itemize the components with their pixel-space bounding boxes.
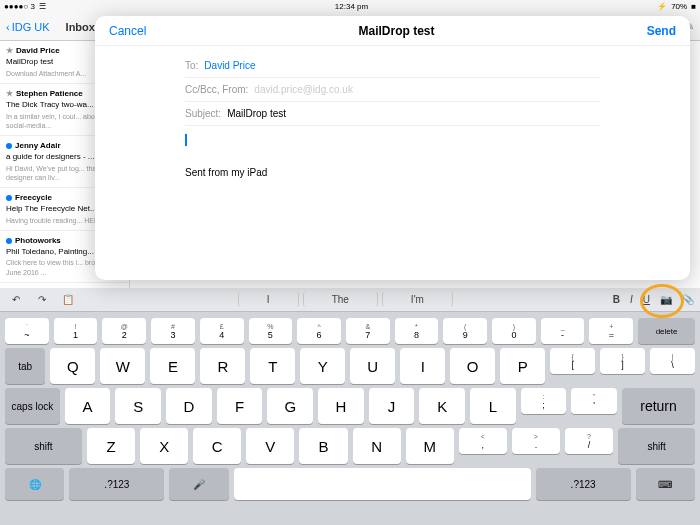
key[interactable]: )0 [492, 318, 536, 344]
suggestion[interactable]: I'm [382, 292, 453, 307]
to-field[interactable]: To: David Price [185, 54, 600, 78]
space-key[interactable] [234, 468, 531, 500]
cc-field[interactable]: Cc/Bcc, From: david.price@idg.co.uk [185, 78, 600, 102]
cc-label: Cc/Bcc, From: [185, 84, 248, 95]
battery-icon: ■ [691, 2, 696, 11]
key[interactable]: Q [50, 348, 95, 384]
sender: David Price [16, 46, 60, 56]
unread-dot-icon [6, 195, 12, 201]
back-button[interactable]: ‹ IDG UK [6, 21, 50, 33]
key[interactable]: W [100, 348, 145, 384]
status-bar: ●●●●○ 3 ☰ 12:34 pm ⚡ 70% ■ [0, 0, 700, 13]
clipboard-icon[interactable]: 📋 [58, 291, 78, 309]
key[interactable]: `~ [5, 318, 49, 344]
star-icon: ★ [6, 46, 13, 56]
globe-key[interactable]: 🌐 [5, 468, 64, 500]
attachment-icon[interactable]: 📎 [682, 294, 694, 305]
subject-value: MailDrop test [227, 108, 286, 119]
key[interactable]: £4 [200, 318, 244, 344]
key[interactable]: :; [521, 388, 567, 414]
star-icon: ★ [6, 89, 13, 99]
key[interactable]: H [318, 388, 364, 424]
unread-dot-icon [6, 238, 12, 244]
key[interactable]: |\ [650, 348, 695, 374]
subject-field[interactable]: Subject: MailDrop test [185, 102, 600, 126]
key[interactable]: >. [512, 428, 560, 454]
key[interactable]: ?/ [565, 428, 613, 454]
tab-key[interactable]: tab [5, 348, 45, 384]
sender: Jenny Adair [15, 141, 61, 151]
key[interactable]: D [166, 388, 212, 424]
sender: Photoworks [15, 236, 61, 246]
key[interactable]: <, [459, 428, 507, 454]
key[interactable]: X [140, 428, 188, 464]
battery-pct: 70% [671, 2, 687, 11]
compose-modal: Cancel MailDrop test Send To: David Pric… [95, 16, 690, 280]
key[interactable]: I [400, 348, 445, 384]
key[interactable]: B [299, 428, 347, 464]
key[interactable]: &7 [346, 318, 390, 344]
key[interactable]: G [267, 388, 313, 424]
underline-button[interactable]: U [643, 294, 650, 305]
numkey[interactable]: .?123 [536, 468, 631, 500]
to-label: To: [185, 60, 198, 71]
undo-icon[interactable]: ↶ [6, 291, 26, 309]
to-value: David Price [204, 60, 255, 71]
keyboard: ↶ ↷ 📋 I The I'm B I U 📷 📎 `~!1@2#3£4%5^6… [0, 288, 700, 525]
key[interactable]: P [500, 348, 545, 384]
redo-icon[interactable]: ↷ [32, 291, 52, 309]
key[interactable]: N [353, 428, 401, 464]
return-key[interactable]: return [622, 388, 695, 424]
key[interactable]: "' [571, 388, 617, 414]
back-label: IDG UK [12, 21, 50, 33]
key[interactable]: Z [87, 428, 135, 464]
key[interactable]: %5 [249, 318, 293, 344]
compose-title: MailDrop test [359, 24, 435, 38]
key[interactable]: _- [541, 318, 585, 344]
shift-key[interactable]: shift [618, 428, 695, 464]
send-button[interactable]: Send [647, 24, 676, 38]
text-cursor [185, 134, 187, 146]
hide-keyboard-key[interactable]: ⌨ [636, 468, 695, 500]
shift-key[interactable]: shift [5, 428, 82, 464]
camera-icon[interactable]: 📷 [660, 294, 672, 305]
key[interactable]: V [246, 428, 294, 464]
suggestion[interactable]: The [303, 292, 378, 307]
bluetooth-icon: ⚡ [657, 2, 667, 11]
key[interactable]: *8 [395, 318, 439, 344]
sender: Stephen Patience [16, 89, 83, 99]
key[interactable]: }] [600, 348, 645, 374]
key[interactable]: Y [300, 348, 345, 384]
key[interactable]: T [250, 348, 295, 384]
key[interactable]: ^6 [297, 318, 341, 344]
key[interactable]: L [470, 388, 516, 424]
key[interactable]: @2 [102, 318, 146, 344]
nav-title: Inbox [66, 21, 95, 33]
key[interactable]: C [193, 428, 241, 464]
key[interactable]: {[ [550, 348, 595, 374]
key[interactable]: += [589, 318, 633, 344]
suggestion[interactable]: I [238, 292, 299, 307]
key[interactable]: (9 [443, 318, 487, 344]
bold-button[interactable]: B [613, 294, 620, 305]
capslock-key[interactable]: caps lock [5, 388, 60, 424]
body-field[interactable]: Sent from my iPad [185, 126, 600, 178]
key[interactable]: M [406, 428, 454, 464]
key[interactable]: J [369, 388, 415, 424]
key[interactable]: !1 [54, 318, 98, 344]
italic-button[interactable]: I [630, 294, 633, 305]
numkey[interactable]: .?123 [69, 468, 164, 500]
key[interactable]: #3 [151, 318, 195, 344]
key[interactable]: E [150, 348, 195, 384]
key[interactable]: K [419, 388, 465, 424]
mic-key[interactable]: 🎤 [169, 468, 228, 500]
cancel-button[interactable]: Cancel [109, 24, 146, 38]
key[interactable]: S [115, 388, 161, 424]
key[interactable]: F [217, 388, 263, 424]
key[interactable]: O [450, 348, 495, 384]
key[interactable]: R [200, 348, 245, 384]
clock: 12:34 pm [335, 2, 368, 11]
delete-key[interactable]: delete [638, 318, 695, 344]
key[interactable]: U [350, 348, 395, 384]
key[interactable]: A [65, 388, 111, 424]
